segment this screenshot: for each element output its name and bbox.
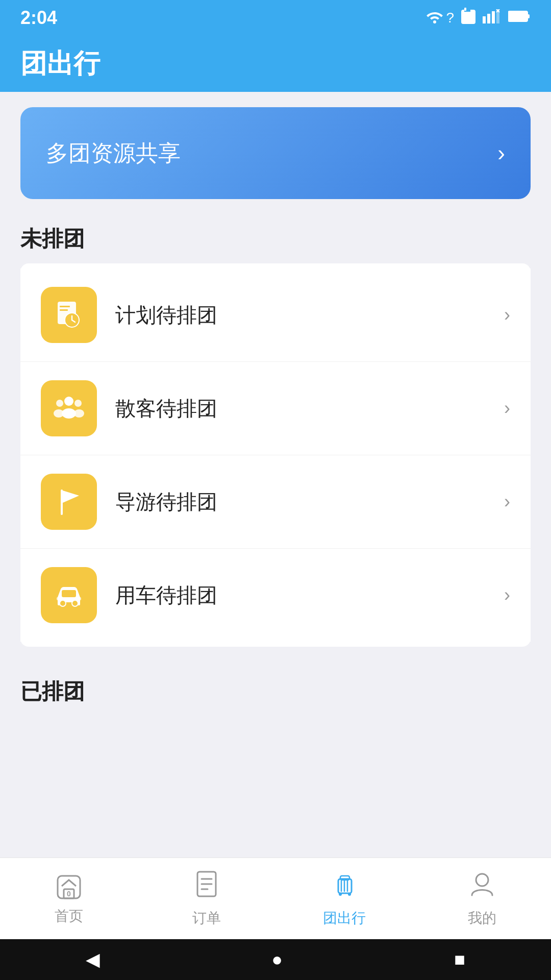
- nav-item-mine[interactable]: 我的: [413, 858, 551, 939]
- back-button[interactable]: ◀: [86, 949, 100, 970]
- svg-rect-0: [461, 10, 475, 24]
- jihua-icon-box: [41, 287, 97, 343]
- svg-point-22: [74, 400, 82, 407]
- menu-item-jihua[interactable]: 计划待排团 ›: [20, 268, 531, 362]
- status-bar: 2:04 ?: [0, 0, 551, 36]
- signal-icon: [483, 9, 501, 27]
- nav-item-group-travel[interactable]: 团出行: [276, 858, 413, 939]
- svg-rect-14: [60, 309, 68, 311]
- svg-point-21: [54, 409, 64, 418]
- svg-rect-11: [509, 12, 527, 20]
- bottom-nav: 0 首页 订单 团: [0, 857, 551, 939]
- svg-rect-13: [60, 306, 70, 307]
- home-label: 首页: [55, 906, 83, 926]
- recent-button[interactable]: ■: [454, 949, 465, 970]
- wifi-question-icon: ?: [446, 10, 454, 26]
- svg-point-27: [72, 600, 78, 606]
- document-clock-icon: [53, 299, 85, 331]
- android-nav-bar: ◀ ● ■: [0, 939, 551, 980]
- banner-arrow-icon: ›: [497, 140, 505, 166]
- main-content: 多团资源共享 › 未排团 计划待排团: [0, 92, 551, 857]
- svg-point-20: [56, 400, 63, 407]
- svg-rect-38: [340, 876, 349, 880]
- menu-item-yongche[interactable]: 用车待排团 ›: [20, 549, 531, 642]
- nav-item-order[interactable]: 订单: [138, 858, 276, 939]
- yongche-icon-box: [41, 567, 97, 623]
- svg-point-42: [339, 893, 342, 896]
- svg-point-44: [476, 874, 488, 886]
- svg-point-26: [60, 600, 66, 606]
- section-unassigned-title: 未排团: [20, 225, 531, 253]
- sanke-label: 散客待排团: [115, 395, 217, 423]
- menu-item-daoyou[interactable]: 导游待排团 ›: [20, 455, 531, 549]
- daoyou-label: 导游待排团: [115, 488, 217, 516]
- svg-rect-28: [57, 597, 60, 600]
- order-icon: [192, 870, 221, 904]
- svg-rect-2: [464, 8, 466, 11]
- sim-icon: [461, 8, 475, 28]
- car-icon: [53, 579, 85, 611]
- banner-multi-resource[interactable]: 多团资源共享 ›: [20, 107, 531, 199]
- svg-rect-29: [78, 597, 81, 600]
- yongche-label: 用车待排团: [115, 581, 217, 609]
- sanke-arrow-icon: ›: [504, 398, 510, 419]
- daoyou-icon-box: [41, 474, 97, 530]
- svg-rect-5: [492, 11, 495, 23]
- luggage-icon: [330, 870, 359, 904]
- app-bar: 团出行: [0, 36, 551, 92]
- page-title: 团出行: [20, 46, 100, 82]
- flag-icon: [53, 485, 85, 518]
- status-time: 2:04: [20, 7, 57, 29]
- svg-rect-25: [62, 590, 76, 597]
- nav-item-home[interactable]: 0 首页: [0, 858, 138, 939]
- svg-rect-10: [528, 14, 530, 18]
- sanke-icon-box: [41, 380, 97, 436]
- yongche-arrow-icon: ›: [504, 584, 510, 606]
- person-icon: [468, 870, 496, 904]
- jihua-label: 计划待排团: [115, 301, 217, 329]
- svg-point-19: [62, 408, 76, 419]
- group-travel-label: 团出行: [323, 909, 366, 928]
- jihua-arrow-icon: ›: [504, 304, 510, 326]
- svg-rect-24: [61, 489, 63, 515]
- svg-point-23: [74, 409, 84, 418]
- daoyou-arrow-icon: ›: [504, 491, 510, 512]
- status-icons: ?: [425, 8, 531, 28]
- svg-point-18: [64, 397, 73, 406]
- svg-text:0: 0: [67, 890, 71, 898]
- unassigned-list: 计划待排团 › 散客待排团: [20, 263, 531, 647]
- wifi-icon: [425, 9, 444, 27]
- home-button[interactable]: ●: [271, 949, 283, 970]
- home-icon: 0: [54, 872, 84, 902]
- svg-point-43: [348, 893, 351, 896]
- menu-item-sanke[interactable]: 散客待排团 ›: [20, 362, 531, 455]
- section-assigned-title: 已排团: [20, 667, 531, 711]
- banner-text: 多团资源共享: [46, 138, 181, 168]
- mine-label: 我的: [468, 909, 496, 928]
- order-label: 订单: [192, 909, 221, 928]
- group-icon: [53, 392, 85, 425]
- svg-rect-3: [483, 16, 486, 23]
- svg-rect-4: [487, 14, 490, 23]
- battery-icon: [508, 10, 531, 26]
